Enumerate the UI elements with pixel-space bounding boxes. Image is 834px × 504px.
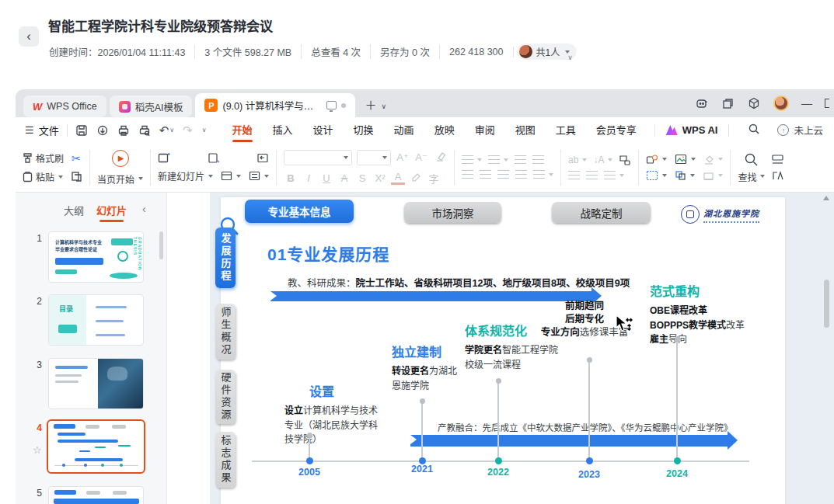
arrange-button[interactable] bbox=[675, 170, 695, 181]
text-to-diagram-icon[interactable] bbox=[619, 155, 631, 165]
clear-format-icon[interactable] bbox=[433, 151, 447, 164]
import-slide-icon[interactable] bbox=[256, 152, 269, 164]
text-direction-button[interactable]: ↓A bbox=[593, 155, 612, 165]
menu-transition[interactable]: 切换 bbox=[344, 117, 384, 143]
change-case-button[interactable]: ab bbox=[568, 155, 587, 165]
slide-title[interactable]: 01专业发展历程 bbox=[267, 242, 389, 265]
achievement-line[interactable]: 教、科研成果：院士工作站、省级科研项目12项、地厅级项目8项、校级项目9项 bbox=[288, 275, 630, 290]
user-avatar[interactable] bbox=[773, 96, 789, 111]
side-tab-hardware[interactable]: 硬件资源 bbox=[215, 370, 236, 424]
print-preview-icon[interactable] bbox=[138, 124, 151, 137]
shapes-button[interactable] bbox=[646, 154, 667, 165]
star-icon[interactable]: ☆ bbox=[33, 444, 42, 456]
tab-template[interactable]: 稻壳AI模板 bbox=[110, 96, 193, 117]
slide-tab-strategy[interactable]: 战略定制 bbox=[552, 202, 651, 223]
search-icon[interactable] bbox=[748, 123, 760, 138]
cut-button[interactable]: ✂ bbox=[72, 152, 81, 165]
frame-button[interactable] bbox=[703, 171, 723, 181]
columns-icon[interactable] bbox=[568, 171, 580, 180]
copy-button[interactable] bbox=[71, 171, 82, 182]
align-right-icon[interactable] bbox=[497, 170, 509, 179]
slide-layout-button[interactable] bbox=[221, 171, 241, 181]
save-icon[interactable] bbox=[75, 124, 88, 137]
menu-insert[interactable]: 插入 bbox=[263, 117, 303, 143]
font-color-button[interactable]: A bbox=[391, 171, 405, 185]
collaborators-button[interactable]: 共1人 ∨ bbox=[517, 43, 578, 60]
play-from-current-button[interactable]: 当页开始 bbox=[97, 172, 143, 186]
tab-wps-home[interactable]: W WPS Office bbox=[23, 96, 106, 117]
menu-review[interactable]: 审阅 bbox=[465, 117, 505, 143]
collapse-panel-icon[interactable]: ‹ bbox=[142, 203, 146, 215]
decrease-indent-icon[interactable] bbox=[515, 155, 526, 165]
tab-document-active[interactable]: P (9.0) 计算机科学与技术专业 bbox=[195, 93, 355, 117]
assistant-robot-icon[interactable] bbox=[694, 96, 708, 110]
slide-tab-basic-info[interactable]: 专业基本信息 bbox=[245, 200, 354, 223]
editor-scrollbar[interactable] bbox=[824, 280, 829, 328]
strikethrough-button[interactable]: A bbox=[337, 172, 351, 184]
export-icon[interactable] bbox=[96, 124, 109, 137]
text-effect-button[interactable]: 字 bbox=[427, 171, 441, 186]
milestone-2024[interactable]: 范式重构 OBE课程改革 BOPPPS教学模式改革 雇主导向 bbox=[650, 281, 782, 347]
slide-thumbnail-5[interactable] bbox=[48, 486, 144, 504]
cloud-status[interactable]: ↑ 未上云 bbox=[777, 123, 823, 137]
menu-member[interactable]: 会员专享 bbox=[586, 117, 647, 143]
print-icon[interactable] bbox=[117, 124, 130, 137]
font-family-select[interactable] bbox=[284, 150, 352, 165]
slide-canvas[interactable]: 专业基本信息 市场洞察 战略定制 湖北恩施学院 bbox=[221, 197, 785, 504]
side-tab-achievements[interactable]: 标志成果 bbox=[215, 432, 236, 488]
picture-button[interactable] bbox=[675, 154, 696, 165]
side-tab-faculty[interactable]: 师生概况 bbox=[215, 304, 236, 360]
quickbar-dropdown[interactable]: ∨ bbox=[201, 127, 207, 134]
bullets-button[interactable] bbox=[462, 155, 482, 165]
menu-home[interactable]: 开始 bbox=[222, 117, 263, 143]
align-center-icon[interactable] bbox=[480, 170, 491, 179]
highlight-button[interactable] bbox=[409, 172, 423, 184]
increase-font-icon[interactable]: A⁺ bbox=[396, 151, 410, 163]
scroll-up-arrow[interactable] bbox=[823, 196, 829, 200]
line-spacing-button[interactable] bbox=[533, 170, 553, 179]
format-painter-button[interactable]: 格式刷 bbox=[22, 151, 64, 165]
redo-button[interactable]: ↷ bbox=[183, 124, 193, 136]
tab-outline[interactable]: 大纲 bbox=[64, 203, 84, 217]
file-menu[interactable]: ☰ 文件 bbox=[25, 123, 59, 137]
menu-view[interactable]: 视图 bbox=[505, 117, 546, 143]
numbering-button[interactable] bbox=[488, 155, 508, 165]
italic-button[interactable]: I bbox=[302, 172, 316, 184]
new-slide-icon[interactable] bbox=[158, 152, 171, 164]
bold-button[interactable]: B bbox=[284, 172, 298, 184]
slide-thumbnail-4-selected[interactable] bbox=[47, 419, 145, 474]
replace-group-partial[interactable] bbox=[771, 154, 784, 182]
fill-color-button[interactable] bbox=[703, 155, 723, 165]
slide-thumbnail-2[interactable]: 目录 bbox=[48, 294, 144, 346]
milestone-2005[interactable]: 设置 设立计算机科学与技术 专业（湖北民族大学科 技学院） bbox=[284, 381, 401, 447]
smart-format-button[interactable] bbox=[604, 171, 624, 180]
font-size-select[interactable] bbox=[357, 150, 391, 165]
tab-list-dropdown[interactable]: ∨ bbox=[381, 103, 386, 110]
menu-tools[interactable]: 工具 bbox=[546, 117, 586, 143]
minimize-button[interactable]: — bbox=[801, 97, 812, 109]
tab-slides[interactable]: 幻灯片 bbox=[96, 203, 127, 217]
underline-button[interactable]: U bbox=[319, 172, 333, 184]
section-button[interactable] bbox=[249, 171, 269, 181]
find-button[interactable]: 查找 bbox=[738, 170, 765, 183]
para-spacing-icon[interactable] bbox=[586, 171, 598, 180]
panel-scrollbar[interactable] bbox=[159, 231, 163, 259]
justify-icon[interactable] bbox=[515, 170, 527, 179]
back-button[interactable]: ‹ bbox=[19, 26, 39, 47]
side-tab-development[interactable]: 发展历程 bbox=[215, 228, 236, 288]
industry-cooperation-text[interactable]: 产教融合：先后成立《中软大数据产业学院》、《华为云鲲鹏中心产业学院》 bbox=[438, 421, 733, 433]
wps-ai-button[interactable]: WPS AI bbox=[663, 124, 721, 136]
new-slide-button[interactable]: 新建幻灯片 bbox=[158, 169, 213, 182]
restore-window-icon[interactable] bbox=[721, 96, 735, 110]
menu-animation[interactable]: 动画 bbox=[384, 117, 424, 143]
new-tab-button[interactable]: ＋ bbox=[365, 96, 376, 113]
align-left-icon[interactable] bbox=[462, 170, 473, 179]
menu-design[interactable]: 设计 bbox=[303, 117, 344, 143]
undo-button[interactable]: ↶∨ bbox=[159, 124, 174, 136]
3d-cube-icon[interactable] bbox=[747, 96, 761, 110]
play-icon[interactable]: ▶ bbox=[112, 150, 129, 167]
decrease-font-icon[interactable]: A⁻ bbox=[414, 151, 428, 163]
slide-from-template-icon[interactable] bbox=[208, 152, 220, 164]
paste-button[interactable]: 粘贴 bbox=[22, 170, 63, 183]
slide-thumbnail-1[interactable]: 计算机科学与技术专业 毕业要求合理性论证 GRADUATION THESIS bbox=[48, 231, 144, 283]
